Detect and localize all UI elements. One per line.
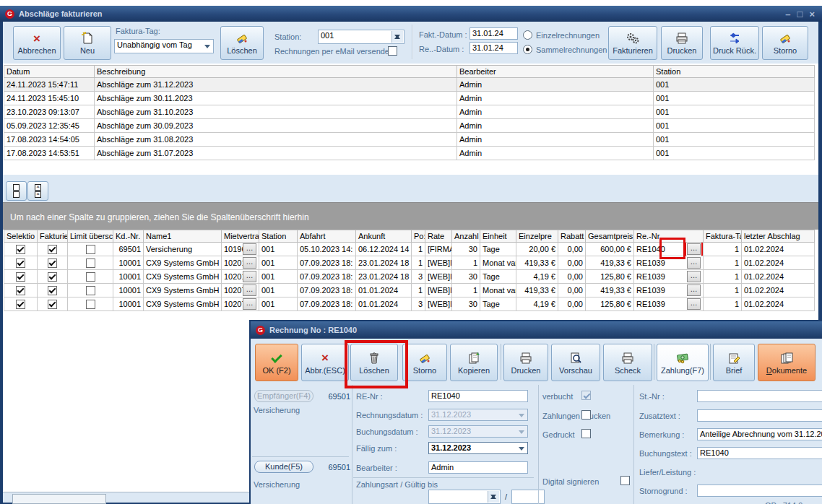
storno-button[interactable]: Storno — [762, 26, 808, 60]
batch-row[interactable]: 24.11.2023 15:47:11Abschläge zum 31.12.2… — [4, 78, 815, 92]
sammelrechnungen-radio[interactable] — [523, 45, 532, 54]
detail-row[interactable]: 10001CX9 Systems GmbH10201…00107.09.2023… — [4, 256, 815, 270]
detail-row[interactable]: 10001CX9 Systems GmbH10201…00107.09.2023… — [4, 270, 815, 284]
ellipsis-button[interactable]: … — [687, 271, 701, 282]
column-header[interactable]: Re.-Nr. — [634, 230, 704, 243]
detail-table[interactable]: SelektioFakturieLimit überschKd.-Nr.Name… — [4, 230, 815, 311]
limit-checkbox[interactable] — [86, 272, 95, 282]
zahlungsart-spinner[interactable] — [488, 491, 499, 503]
minimize-button[interactable]: – — [785, 9, 790, 19]
column-header[interactable]: Datum — [4, 66, 95, 78]
column-header[interactable]: Limit übersch — [68, 230, 113, 243]
column-header[interactable]: Fakturie — [38, 230, 68, 243]
abbrechen-dialog-button[interactable]: × Abbr.(ESC) — [301, 344, 349, 381]
bemerkung-input[interactable]: Anteilige Abrechnung vom 31.12.20 — [697, 428, 822, 440]
column-header[interactable]: Rabatt — [558, 230, 586, 243]
batch-table[interactable]: DatumBeschreibungBearbeiterStation 24.11… — [4, 65, 815, 160]
column-header[interactable]: Mietvertra — [222, 230, 259, 243]
st-nr-input[interactable] — [697, 390, 822, 402]
station-input[interactable]: 001 — [318, 30, 404, 44]
digital-signieren-checkbox[interactable] — [620, 476, 630, 485]
einzelrechnungen-radio[interactable] — [523, 30, 532, 40]
limit-checkbox[interactable] — [86, 258, 95, 268]
limit-checkbox[interactable] — [86, 286, 95, 295]
check-all-button[interactable] — [27, 181, 48, 201]
re-datum-input[interactable]: 31.01.24 — [470, 42, 518, 54]
column-header[interactable]: Beschreibung — [95, 66, 457, 78]
drucken-button[interactable]: Drucken — [661, 26, 703, 60]
faktura-tag-select[interactable]: Unabhängig vom Tag — [114, 39, 214, 53]
close-button[interactable]: × — [809, 9, 815, 19]
sel-checkbox[interactable] — [16, 300, 25, 309]
column-header[interactable]: Kd.-Nr. — [113, 230, 144, 243]
gueltig-bis-input[interactable] — [511, 490, 545, 504]
zahlung-button[interactable]: Zahlung(F7) — [657, 344, 709, 381]
faellig-zum-select[interactable]: 31.12.2023 — [428, 442, 528, 454]
detail-row[interactable]: 69501Versicherung10196…00105.10.2023 14:… — [4, 243, 815, 256]
neu-button[interactable]: Neu — [64, 26, 111, 60]
ellipsis-button[interactable]: … — [243, 271, 256, 282]
fakturieren-button[interactable]: Fakturieren — [608, 26, 657, 60]
gedruckt-checkbox[interactable] — [581, 429, 591, 438]
batch-row[interactable]: 23.10.2023 09:13:07Abschläge zum 31.10.2… — [4, 105, 815, 119]
abbrechen-button[interactable]: × Abbrechen — [13, 26, 61, 60]
column-header[interactable]: Rate — [425, 230, 452, 243]
zahlungsart-input[interactable] — [428, 490, 501, 504]
column-header[interactable]: letzter Abschlag — [742, 230, 815, 243]
storno-dialog-button[interactable]: Storno — [402, 344, 447, 381]
fakt-checkbox[interactable] — [48, 272, 57, 282]
sel-checkbox[interactable] — [16, 245, 25, 254]
scheck-button[interactable]: Scheck — [603, 344, 652, 381]
kopieren-button[interactable]: + Kopieren — [450, 344, 498, 381]
loeschen-button[interactable]: Löschen — [220, 26, 264, 60]
column-header[interactable]: Station — [259, 230, 298, 243]
re-nr-input[interactable]: RE1040 — [428, 390, 528, 402]
zusatztext-input[interactable] — [697, 409, 822, 422]
station-spinner[interactable] — [391, 31, 403, 43]
stornogrund-input[interactable] — [697, 485, 822, 497]
buchungstext-input[interactable]: RE1040 — [697, 447, 822, 459]
ellipsis-button[interactable]: … — [243, 298, 256, 310]
uncheck-all-button[interactable] — [6, 181, 27, 201]
column-header[interactable]: Selektio — [4, 230, 38, 243]
column-header[interactable]: Anzahl — [452, 230, 480, 243]
column-header[interactable]: Po: — [412, 230, 425, 243]
detail-row[interactable]: 10001CX9 Systems GmbH10207…00107.09.2023… — [4, 284, 815, 297]
batch-row[interactable]: 24.11.2023 15:45:10Abschläge zum 30.11.2… — [4, 92, 815, 105]
ellipsis-button[interactable]: … — [687, 243, 701, 255]
column-header[interactable]: Bearbeiter — [457, 66, 654, 78]
fakt-checkbox[interactable] — [48, 258, 57, 268]
kunde-button[interactable]: Kunde(F5) — [254, 461, 313, 473]
sel-checkbox[interactable] — [16, 258, 25, 268]
vorschau-button[interactable]: Vorschau — [551, 344, 600, 381]
ellipsis-button[interactable]: … — [243, 243, 256, 255]
ellipsis-button[interactable]: … — [243, 284, 256, 296]
fakt-datum-input[interactable]: 31.01.24 — [470, 27, 518, 40]
fakt-checkbox[interactable] — [48, 286, 57, 295]
column-header[interactable]: Abfahrt — [298, 230, 356, 243]
ellipsis-button[interactable]: … — [687, 284, 701, 296]
column-header[interactable]: Ankunft — [356, 230, 412, 243]
batch-row[interactable]: 05.09.2023 12:35:45Abschläge zum 30.09.2… — [4, 119, 815, 133]
drucken-dialog-button[interactable]: Drucken — [503, 344, 548, 381]
detail-row[interactable]: 10001CX9 Systems GmbH10207…00107.09.2023… — [4, 297, 815, 311]
druck-rueck-button[interactable]: Druck Rück. — [710, 26, 759, 60]
ellipsis-button[interactable]: … — [243, 257, 256, 269]
column-header[interactable]: Einheit — [480, 230, 516, 243]
column-header[interactable]: Faktura-Ta — [704, 230, 742, 243]
column-header[interactable]: Station — [654, 66, 815, 78]
loeschen-dialog-button[interactable]: Löschen — [350, 344, 398, 381]
sel-checkbox[interactable] — [16, 286, 25, 295]
sel-checkbox[interactable] — [16, 272, 25, 282]
column-header[interactable]: Einzelpre — [516, 230, 558, 243]
brief-button[interactable]: Brief — [713, 344, 755, 381]
dokumente-button[interactable]: Dokumente — [758, 344, 815, 381]
column-header[interactable]: Gesamtpreis — [586, 230, 634, 243]
maximize-button[interactable]: □ — [797, 9, 803, 19]
limit-checkbox[interactable] — [86, 245, 95, 254]
ok-button[interactable]: OK (F2) — [255, 344, 298, 381]
zahlungen-drucken-checkbox[interactable] — [581, 410, 591, 420]
fakt-checkbox[interactable] — [48, 300, 57, 309]
fakt-checkbox[interactable] — [48, 245, 57, 254]
limit-checkbox[interactable] — [86, 300, 95, 309]
